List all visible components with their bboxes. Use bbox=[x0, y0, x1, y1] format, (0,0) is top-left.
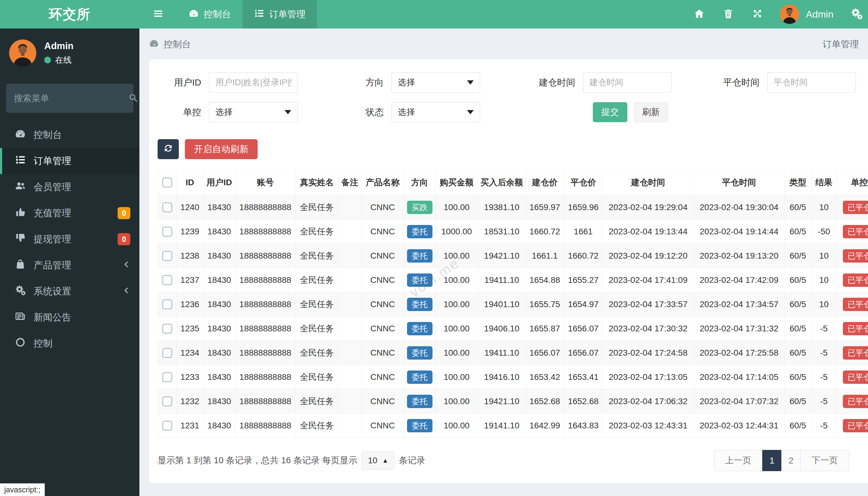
row-checkbox[interactable] bbox=[162, 299, 172, 309]
user-menu[interactable]: Admin bbox=[772, 0, 841, 29]
cell-account: 18888888888 bbox=[236, 195, 296, 219]
sidebar-item-control[interactable]: 控制 bbox=[0, 330, 139, 357]
row-checkbox[interactable] bbox=[162, 348, 172, 358]
column-header[interactable]: 建仓时间 bbox=[603, 170, 694, 195]
row-checkbox[interactable] bbox=[162, 275, 172, 285]
sidebar-item-withdrawals[interactable]: 提现管理 0 bbox=[0, 226, 139, 252]
tab-orders[interactable]: 订单管理 bbox=[242, 0, 317, 29]
sidebar: Admin 在线 控制台 订单管理 会员管理 充值管理 0 提现管理 0 bbox=[0, 29, 139, 496]
column-header[interactable]: 真实姓名 bbox=[296, 170, 338, 195]
cell-user-id: 18430 bbox=[203, 341, 236, 365]
column-header[interactable]: ID bbox=[177, 170, 203, 195]
cell-user-id: 18430 bbox=[203, 195, 236, 219]
row-checkbox[interactable] bbox=[162, 421, 172, 431]
cell-id: 1238 bbox=[177, 244, 203, 268]
auto-refresh-button[interactable]: 开启自动刷新 bbox=[185, 139, 258, 159]
tab-dashboard[interactable]: 控制台 bbox=[177, 0, 242, 29]
cell-real-name: 全民任务 bbox=[296, 365, 338, 389]
clear-cache-button[interactable] bbox=[714, 8, 743, 20]
open-time-input[interactable] bbox=[583, 73, 672, 92]
cell-user-id: 18430 bbox=[203, 292, 236, 316]
sidebar-item-orders[interactable]: 订单管理 bbox=[0, 148, 139, 174]
cell-open-time: 2023-02-04 19:12:20 bbox=[603, 244, 694, 268]
cell-real-name: 全民任务 bbox=[296, 389, 338, 414]
sidebar-item-settings[interactable]: 系统设置 bbox=[0, 278, 139, 305]
column-header[interactable]: 建仓价 bbox=[526, 170, 564, 195]
page-button-1[interactable]: 1 bbox=[762, 450, 782, 471]
cell-close-price: 1643.83 bbox=[564, 414, 603, 438]
row-checkbox[interactable] bbox=[162, 251, 172, 261]
orders-table: ID用户ID账号真实姓名备注产品名称方向购买金额买入后余额建仓价平仓价建仓时间平… bbox=[158, 169, 868, 438]
column-header[interactable]: 账号 bbox=[236, 170, 296, 195]
settings-button[interactable] bbox=[841, 0, 868, 29]
sidebar-item-products[interactable]: 产品管理 bbox=[0, 252, 139, 278]
user-id-input[interactable] bbox=[209, 73, 298, 92]
cell-close-price: 1652.68 bbox=[564, 389, 603, 414]
sidebar-toggle-button[interactable] bbox=[139, 0, 177, 29]
column-header[interactable]: 方向 bbox=[404, 170, 436, 195]
row-checkbox[interactable] bbox=[162, 203, 172, 212]
status-badge[interactable]: 已平仓 bbox=[843, 249, 868, 263]
online-status-dot bbox=[44, 57, 51, 63]
brand-logo[interactable]: 环交所 bbox=[0, 0, 139, 29]
status-badge[interactable]: 已平仓 bbox=[843, 225, 868, 238]
prev-page-button[interactable]: 上一页 bbox=[714, 450, 762, 471]
row-checkbox[interactable] bbox=[162, 372, 172, 382]
column-header[interactable]: 平仓价 bbox=[564, 170, 603, 195]
sidebar-item-members[interactable]: 会员管理 bbox=[0, 174, 139, 200]
cell-close-price: 1653.41 bbox=[564, 365, 603, 389]
column-header[interactable]: 买入后余额 bbox=[478, 170, 526, 195]
status-badge[interactable]: 已平仓 bbox=[843, 371, 868, 384]
close-time-input[interactable] bbox=[768, 73, 856, 92]
cell-open-time: 2023-02-04 19:13:44 bbox=[603, 219, 694, 244]
row-checkbox[interactable] bbox=[162, 227, 172, 236]
column-header[interactable]: 类型 bbox=[785, 170, 811, 195]
status-badge[interactable]: 已平仓 bbox=[843, 346, 868, 360]
cell-account: 18888888888 bbox=[236, 219, 296, 244]
page-button-2[interactable]: 2 bbox=[781, 450, 801, 471]
fullscreen-button[interactable] bbox=[743, 8, 772, 20]
search-icon[interactable] bbox=[128, 93, 138, 104]
column-header[interactable]: 产品名称 bbox=[362, 170, 404, 195]
gauge-icon bbox=[149, 38, 159, 50]
status-badge[interactable]: 已平仓 bbox=[843, 274, 868, 287]
submit-button[interactable]: 提交 bbox=[593, 102, 627, 122]
column-header[interactable]: 备注 bbox=[338, 170, 362, 195]
gauge-icon bbox=[189, 8, 199, 21]
cell-close-time: 2023-02-03 12:44:31 bbox=[694, 414, 785, 438]
circle-icon bbox=[15, 337, 26, 350]
sidebar-item-dashboard[interactable]: 控制台 bbox=[0, 122, 139, 148]
row-checkbox[interactable] bbox=[162, 324, 172, 334]
table-refresh-button[interactable] bbox=[158, 139, 179, 159]
page-size-select[interactable]: 10▲ bbox=[362, 451, 395, 470]
control-select[interactable]: 选择 bbox=[209, 102, 298, 122]
status-badge[interactable]: 已平仓 bbox=[843, 419, 868, 432]
refresh-button[interactable]: 刷新 bbox=[634, 102, 668, 122]
home-button[interactable] bbox=[685, 8, 714, 20]
direction-select[interactable]: 选择 bbox=[392, 73, 480, 92]
status-badge[interactable]: 已平仓 bbox=[843, 395, 868, 408]
column-header[interactable]: 用户ID bbox=[203, 170, 236, 195]
column-header[interactable]: 平仓时间 bbox=[694, 170, 785, 195]
control-label: 单控 bbox=[158, 106, 209, 119]
column-header[interactable]: 单控 bbox=[837, 170, 868, 195]
menu-search-input[interactable] bbox=[14, 93, 128, 103]
status-badge[interactable]: 已平仓 bbox=[843, 322, 868, 335]
cell-close-price: 1660.72 bbox=[564, 244, 603, 268]
column-header[interactable]: 购买金额 bbox=[436, 170, 478, 195]
status-badge[interactable]: 已平仓 bbox=[843, 201, 868, 214]
direction-badge: 委托 bbox=[407, 371, 432, 384]
sidebar-item-deposits[interactable]: 充值管理 0 bbox=[0, 200, 139, 226]
breadcrumb-dashboard[interactable]: 控制台 bbox=[164, 38, 191, 51]
select-all-checkbox[interactable] bbox=[162, 178, 172, 187]
sidebar-item-news[interactable]: 新闻公告 bbox=[0, 305, 139, 330]
column-header[interactable]: 结果 bbox=[811, 170, 837, 195]
status-select[interactable]: 选择 bbox=[392, 102, 480, 122]
sidebar-item-label: 系统设置 bbox=[34, 285, 114, 298]
cell-open-time: 2023-02-04 17:06:32 bbox=[603, 389, 694, 414]
table-row: 12331843018888888888全民任务CNNC委托100.001941… bbox=[158, 365, 868, 389]
cell-amount: 100.00 bbox=[436, 292, 478, 316]
row-checkbox[interactable] bbox=[162, 397, 172, 406]
next-page-button[interactable]: 下一页 bbox=[801, 450, 849, 471]
status-badge[interactable]: 已平仓 bbox=[843, 298, 868, 311]
